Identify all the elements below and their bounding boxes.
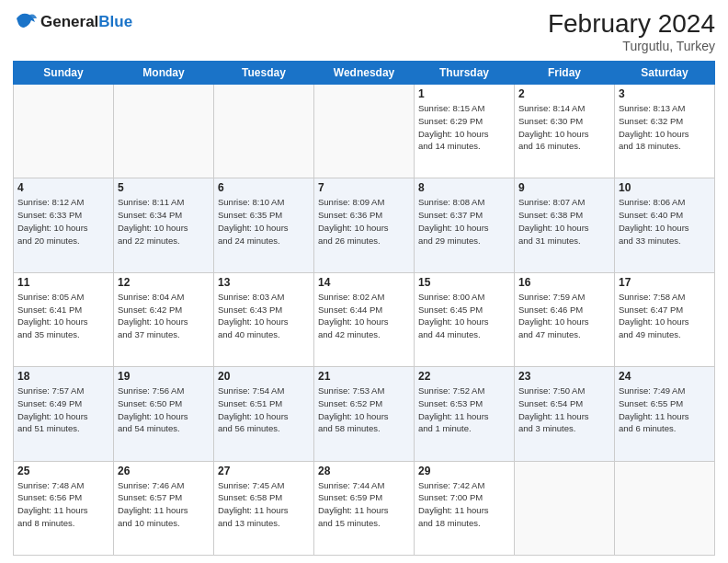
- day-number: 6: [218, 181, 310, 194]
- day-number: 11: [17, 276, 109, 289]
- calendar-cell: 17Sunrise: 7:58 AMSunset: 6:47 PMDayligh…: [615, 272, 715, 366]
- calendar-cell: 28Sunrise: 7:44 AMSunset: 6:59 PMDayligh…: [314, 461, 415, 555]
- col-header-wednesday: Wednesday: [314, 62, 415, 85]
- calendar-cell: 22Sunrise: 7:52 AMSunset: 6:53 PMDayligh…: [415, 367, 515, 461]
- col-header-saturday: Saturday: [615, 62, 715, 85]
- day-info: Sunrise: 7:45 AMSunset: 6:58 PMDaylight:…: [218, 479, 310, 530]
- day-info: Sunrise: 7:44 AMSunset: 6:59 PMDaylight:…: [318, 479, 410, 530]
- calendar-cell: 7Sunrise: 8:09 AMSunset: 6:36 PMDaylight…: [314, 178, 415, 272]
- day-info: Sunrise: 8:02 AMSunset: 6:44 PMDaylight:…: [318, 291, 410, 341]
- day-number: 7: [318, 181, 410, 194]
- calendar-cell: 18Sunrise: 7:57 AMSunset: 6:49 PMDayligh…: [14, 367, 114, 461]
- day-number: 17: [619, 276, 711, 289]
- calendar-cell: 12Sunrise: 8:04 AMSunset: 6:42 PMDayligh…: [114, 272, 214, 366]
- day-number: 8: [418, 181, 510, 194]
- day-number: 28: [318, 465, 410, 477]
- calendar-cell: 1Sunrise: 8:15 AMSunset: 6:29 PMDaylight…: [415, 85, 515, 178]
- header: GeneralBlue February 2024 Turgutlu, Turk…: [13, 9, 715, 53]
- calendar-cell: 3Sunrise: 8:13 AMSunset: 6:32 PMDaylight…: [615, 85, 715, 178]
- calendar-cell: [114, 85, 214, 178]
- day-number: 18: [17, 370, 109, 383]
- calendar-cell: [214, 85, 314, 178]
- logo: GeneralBlue: [13, 9, 132, 35]
- day-number: 21: [318, 370, 410, 383]
- calendar-cell: 9Sunrise: 8:07 AMSunset: 6:38 PMDaylight…: [515, 178, 615, 272]
- calendar-week-row: 18Sunrise: 7:57 AMSunset: 6:49 PMDayligh…: [14, 367, 715, 461]
- day-info: Sunrise: 7:54 AMSunset: 6:51 PMDaylight:…: [218, 385, 310, 435]
- calendar-cell: 15Sunrise: 8:00 AMSunset: 6:45 PMDayligh…: [415, 272, 515, 366]
- day-number: 24: [619, 370, 711, 383]
- calendar-cell: 8Sunrise: 8:08 AMSunset: 6:37 PMDaylight…: [415, 178, 515, 272]
- day-info: Sunrise: 8:08 AMSunset: 6:37 PMDaylight:…: [418, 196, 510, 247]
- calendar-header-row: SundayMondayTuesdayWednesdayThursdayFrid…: [14, 62, 715, 85]
- day-info: Sunrise: 8:15 AMSunset: 6:29 PMDaylight:…: [418, 102, 510, 153]
- col-header-friday: Friday: [515, 62, 615, 85]
- day-info: Sunrise: 7:42 AMSunset: 7:00 PMDaylight:…: [418, 479, 510, 530]
- calendar-week-row: 4Sunrise: 8:12 AMSunset: 6:33 PMDaylight…: [14, 178, 715, 272]
- day-number: 25: [17, 465, 109, 477]
- day-number: 29: [418, 465, 510, 477]
- title-block: February 2024 Turgutlu, Turkey: [548, 9, 715, 53]
- day-number: 5: [118, 181, 210, 194]
- day-info: Sunrise: 7:46 AMSunset: 6:57 PMDaylight:…: [118, 479, 210, 530]
- logo-icon: [13, 9, 39, 35]
- col-header-tuesday: Tuesday: [214, 62, 314, 85]
- calendar-table: SundayMondayTuesdayWednesdayThursdayFrid…: [13, 61, 715, 556]
- calendar-cell: 21Sunrise: 7:53 AMSunset: 6:52 PMDayligh…: [314, 367, 415, 461]
- calendar-cell: 4Sunrise: 8:12 AMSunset: 6:33 PMDaylight…: [14, 178, 114, 272]
- day-number: 20: [218, 370, 310, 383]
- day-info: Sunrise: 8:12 AMSunset: 6:33 PMDaylight:…: [17, 196, 109, 247]
- calendar-cell: 24Sunrise: 7:49 AMSunset: 6:55 PMDayligh…: [615, 367, 715, 461]
- day-info: Sunrise: 8:03 AMSunset: 6:43 PMDaylight:…: [218, 291, 310, 341]
- calendar-cell: 2Sunrise: 8:14 AMSunset: 6:30 PMDaylight…: [515, 85, 615, 178]
- day-info: Sunrise: 7:52 AMSunset: 6:53 PMDaylight:…: [418, 385, 510, 435]
- day-number: 3: [619, 87, 711, 100]
- calendar-cell: 6Sunrise: 8:10 AMSunset: 6:35 PMDaylight…: [214, 178, 314, 272]
- calendar-week-row: 11Sunrise: 8:05 AMSunset: 6:41 PMDayligh…: [14, 272, 715, 366]
- calendar-cell: 13Sunrise: 8:03 AMSunset: 6:43 PMDayligh…: [214, 272, 314, 366]
- calendar-cell: [314, 85, 415, 178]
- day-info: Sunrise: 7:50 AMSunset: 6:54 PMDaylight:…: [518, 385, 610, 435]
- calendar-cell: 25Sunrise: 7:48 AMSunset: 6:56 PMDayligh…: [14, 461, 114, 555]
- calendar-cell: [615, 461, 715, 555]
- day-number: 4: [17, 181, 109, 194]
- page: GeneralBlue February 2024 Turgutlu, Turk…: [0, 0, 728, 563]
- day-number: 1: [418, 87, 510, 100]
- day-number: 27: [218, 465, 310, 477]
- day-number: 15: [418, 276, 510, 289]
- calendar-cell: [14, 85, 114, 178]
- col-header-monday: Monday: [114, 62, 214, 85]
- day-number: 19: [118, 370, 210, 383]
- day-number: 2: [518, 87, 610, 100]
- day-info: Sunrise: 7:56 AMSunset: 6:50 PMDaylight:…: [118, 385, 210, 435]
- day-number: 23: [518, 370, 610, 383]
- day-number: 22: [418, 370, 510, 383]
- day-info: Sunrise: 8:13 AMSunset: 6:32 PMDaylight:…: [619, 102, 711, 153]
- month-year: February 2024: [548, 9, 715, 39]
- day-info: Sunrise: 8:00 AMSunset: 6:45 PMDaylight:…: [418, 291, 510, 341]
- calendar-cell: 23Sunrise: 7:50 AMSunset: 6:54 PMDayligh…: [515, 367, 615, 461]
- location: Turgutlu, Turkey: [548, 39, 715, 53]
- day-info: Sunrise: 8:05 AMSunset: 6:41 PMDaylight:…: [17, 291, 109, 341]
- day-info: Sunrise: 7:48 AMSunset: 6:56 PMDaylight:…: [17, 479, 109, 530]
- day-number: 14: [318, 276, 410, 289]
- calendar-cell: 20Sunrise: 7:54 AMSunset: 6:51 PMDayligh…: [214, 367, 314, 461]
- day-number: 9: [518, 181, 610, 194]
- day-info: Sunrise: 8:07 AMSunset: 6:38 PMDaylight:…: [518, 196, 610, 247]
- calendar-cell: 26Sunrise: 7:46 AMSunset: 6:57 PMDayligh…: [114, 461, 214, 555]
- day-number: 26: [118, 465, 210, 477]
- day-info: Sunrise: 7:53 AMSunset: 6:52 PMDaylight:…: [318, 385, 410, 435]
- calendar-cell: 10Sunrise: 8:06 AMSunset: 6:40 PMDayligh…: [615, 178, 715, 272]
- day-number: 16: [518, 276, 610, 289]
- day-info: Sunrise: 8:14 AMSunset: 6:30 PMDaylight:…: [518, 102, 610, 153]
- logo-text: GeneralBlue: [40, 14, 132, 31]
- calendar-week-row: 25Sunrise: 7:48 AMSunset: 6:56 PMDayligh…: [14, 461, 715, 555]
- calendar-cell: 16Sunrise: 7:59 AMSunset: 6:46 PMDayligh…: [515, 272, 615, 366]
- day-info: Sunrise: 8:10 AMSunset: 6:35 PMDaylight:…: [218, 196, 310, 247]
- col-header-thursday: Thursday: [415, 62, 515, 85]
- calendar-cell: 14Sunrise: 8:02 AMSunset: 6:44 PMDayligh…: [314, 272, 415, 366]
- day-info: Sunrise: 7:59 AMSunset: 6:46 PMDaylight:…: [518, 291, 610, 341]
- day-info: Sunrise: 7:58 AMSunset: 6:47 PMDaylight:…: [619, 291, 711, 341]
- day-info: Sunrise: 8:11 AMSunset: 6:34 PMDaylight:…: [118, 196, 210, 247]
- col-header-sunday: Sunday: [14, 62, 114, 85]
